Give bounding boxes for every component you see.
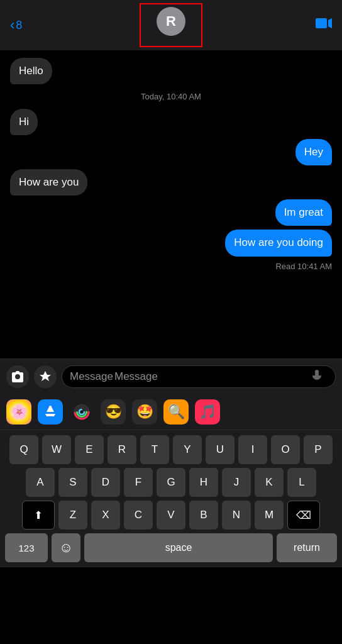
num-label: 123 bbox=[18, 543, 34, 553]
messages-list: Hello Today, 10:40 AM Hi Hey How are you… bbox=[0, 50, 342, 358]
message-bubble: Hey bbox=[295, 139, 332, 165]
key-q[interactable]: Q bbox=[9, 435, 38, 464]
keyboard-row-1: Q W E R T Y U I O P bbox=[3, 435, 339, 464]
delete-key[interactable]: ⌫ bbox=[287, 501, 320, 530]
space-label: space bbox=[165, 542, 192, 553]
key-f[interactable]: F bbox=[124, 468, 153, 497]
key-k[interactable]: K bbox=[255, 468, 284, 497]
keyboard-row-3: ⬆ Z X C V B N M ⌫ bbox=[3, 501, 339, 530]
music-app-icon[interactable]: 🎵 bbox=[195, 399, 220, 425]
space-key[interactable]: space bbox=[84, 533, 273, 562]
key-p[interactable]: P bbox=[304, 435, 333, 464]
shift-icon: ⬆ bbox=[34, 509, 43, 522]
keyboard-row-2: A S D F G H J K L bbox=[3, 468, 339, 497]
key-g[interactable]: G bbox=[157, 468, 185, 497]
keyboard: Q W E R T Y U I O P A S D F G H J K L ⬆ … bbox=[0, 430, 342, 567]
key-j[interactable]: J bbox=[222, 468, 251, 497]
shift-key[interactable]: ⬆ bbox=[22, 501, 55, 530]
message-placeholder: Message bbox=[70, 370, 113, 383]
return-key[interactable]: return bbox=[277, 533, 337, 562]
message-bubble: How are you bbox=[10, 169, 87, 196]
header: ‹ 8 R bbox=[0, 0, 342, 50]
key-c[interactable]: C bbox=[124, 501, 153, 530]
key-r[interactable]: R bbox=[108, 435, 136, 464]
memoji-app-icon[interactable]: 😎 bbox=[101, 399, 126, 425]
key-w[interactable]: W bbox=[42, 435, 71, 464]
back-button[interactable]: ‹ 8 bbox=[10, 17, 22, 33]
avatar: R bbox=[157, 7, 185, 36]
camera-button[interactable] bbox=[6, 365, 29, 388]
photos-app-icon[interactable]: 🌸 bbox=[6, 399, 31, 425]
message-bubble: Hi bbox=[10, 109, 38, 135]
key-s[interactable]: S bbox=[58, 468, 87, 497]
app-strip: 🌸 😎 🤩 🔍 🎵 bbox=[0, 394, 342, 430]
key-h[interactable]: H bbox=[189, 468, 218, 497]
back-count: 8 bbox=[16, 19, 22, 32]
key-v[interactable]: V bbox=[157, 501, 185, 530]
stickers-app-icon[interactable]: 🤩 bbox=[132, 399, 157, 425]
message-bubble: Hello bbox=[10, 58, 52, 84]
back-chevron-icon: ‹ bbox=[10, 17, 14, 33]
globe-app-icon[interactable]: 🔍 bbox=[163, 399, 189, 425]
key-t[interactable]: T bbox=[140, 435, 169, 464]
activity-app-icon[interactable] bbox=[69, 399, 94, 425]
key-b[interactable]: B bbox=[189, 501, 218, 530]
message-bubble: How are you doing bbox=[225, 230, 332, 256]
contact-info[interactable]: R bbox=[140, 3, 202, 47]
key-n[interactable]: N bbox=[222, 501, 251, 530]
key-o[interactable]: O bbox=[271, 435, 300, 464]
key-y[interactable]: Y bbox=[173, 435, 202, 464]
key-z[interactable]: Z bbox=[58, 501, 87, 530]
video-call-button[interactable] bbox=[316, 17, 332, 33]
key-x[interactable]: X bbox=[91, 501, 120, 530]
message-input-bar: Message Message bbox=[0, 358, 342, 394]
message-bubble: Im great bbox=[275, 199, 332, 226]
key-l[interactable]: L bbox=[287, 468, 316, 497]
read-receipt: Read 10:41 AM bbox=[10, 262, 332, 271]
message-text-input[interactable]: Message Message bbox=[62, 365, 336, 388]
delete-icon: ⌫ bbox=[296, 509, 311, 522]
emoji-key[interactable]: ☺ bbox=[52, 533, 80, 562]
appstore-button[interactable] bbox=[34, 365, 57, 388]
audio-button[interactable] bbox=[306, 366, 328, 387]
emoji-icon: ☺ bbox=[59, 540, 73, 556]
input-placeholder-text: Message bbox=[114, 370, 158, 383]
key-m[interactable]: M bbox=[255, 501, 284, 530]
appstore-app-icon[interactable] bbox=[38, 399, 63, 425]
key-u[interactable]: U bbox=[206, 435, 234, 464]
timestamp: Today, 10:40 AM bbox=[10, 92, 332, 101]
key-e[interactable]: E bbox=[75, 435, 104, 464]
key-i[interactable]: I bbox=[238, 435, 267, 464]
num-key[interactable]: 123 bbox=[5, 533, 48, 562]
key-a[interactable]: A bbox=[26, 468, 55, 497]
key-d[interactable]: D bbox=[91, 468, 120, 497]
return-label: return bbox=[294, 542, 320, 553]
keyboard-row-4: 123 ☺ space return bbox=[3, 533, 339, 562]
contact-name-bar bbox=[146, 37, 196, 43]
